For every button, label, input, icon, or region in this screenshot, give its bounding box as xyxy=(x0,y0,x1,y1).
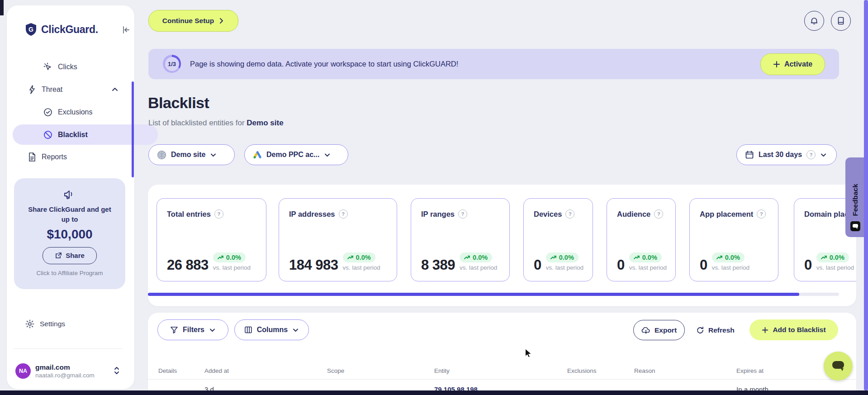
column-header-exclusions[interactable]: Exclusions xyxy=(567,362,597,379)
refresh-label: Refresh xyxy=(708,326,735,334)
help-icon[interactable]: ? xyxy=(458,209,467,219)
threat-bolt-icon xyxy=(28,85,37,95)
trend-value: 0.0% xyxy=(473,254,488,261)
export-button[interactable]: Export xyxy=(633,320,685,340)
chat-launcher-button[interactable] xyxy=(824,352,853,381)
continue-setup-label: Continue Setup xyxy=(162,17,214,25)
sidebar-item-blacklist[interactable]: Blacklist xyxy=(13,124,158,145)
share-button[interactable]: Share xyxy=(43,247,97,264)
stat-label: Audience xyxy=(617,210,650,219)
gear-icon xyxy=(25,319,35,329)
trend-badge: 0.0% xyxy=(629,252,662,262)
page-scrollbar[interactable] xyxy=(864,0,868,390)
svg-text:G: G xyxy=(28,26,33,33)
refresh-button[interactable]: Refresh xyxy=(696,320,735,340)
help-icon[interactable]: ? xyxy=(339,209,348,219)
megaphone-icon xyxy=(63,188,76,201)
divider xyxy=(148,379,856,380)
calendar-icon xyxy=(745,150,754,159)
trend-value: 0.0% xyxy=(830,254,844,261)
user-email: naatali.ro@gmail.com xyxy=(35,372,95,379)
refresh-icon xyxy=(696,326,704,334)
stat-card-ip-addresses: IP addresses? 184 983 0.0% vs. last peri… xyxy=(279,198,397,281)
columns-button[interactable]: Columns xyxy=(234,319,309,340)
exclusions-badge-check-icon xyxy=(43,107,53,117)
notifications-button[interactable] xyxy=(804,11,824,31)
ppc-account-selector[interactable]: Demo PPC ac... xyxy=(244,144,348,165)
filters-label: Filters xyxy=(183,326,204,334)
sidebar-item-exclusions[interactable]: Exclusions xyxy=(7,102,171,122)
chevron-down-icon xyxy=(820,152,827,158)
stats-scrollbar-thumb[interactable] xyxy=(148,293,799,296)
workspace-name: gmail.com xyxy=(35,363,95,371)
continue-setup-button[interactable]: Continue Setup xyxy=(148,10,238,32)
stat-value: 0 xyxy=(804,258,812,272)
logo-shield-icon: G xyxy=(25,23,37,36)
chevron-up-icon[interactable] xyxy=(111,86,119,93)
stat-label: Total entries xyxy=(167,210,211,219)
help-icon[interactable]: ? xyxy=(654,209,663,219)
plus-icon xyxy=(762,327,768,333)
help-icon[interactable]: ? xyxy=(565,209,574,219)
sidebar-item-label: Blacklist xyxy=(58,131,88,139)
chevron-up-down-icon[interactable] xyxy=(114,366,120,376)
stat-value: 184 983 xyxy=(289,258,338,272)
external-link-icon xyxy=(55,252,62,259)
banner-message: Page is showing demo data. Activate your… xyxy=(190,49,458,79)
trend-badge: 0.0% xyxy=(712,252,745,262)
avatar-initials: NA xyxy=(19,368,27,374)
column-header-expires-at[interactable]: Expires at xyxy=(736,362,764,379)
trend-value: 0.0% xyxy=(725,254,740,261)
help-icon[interactable]: ? xyxy=(806,150,816,159)
sidebar-item-label: Threat xyxy=(42,86,62,94)
sidebar-item-clicks[interactable]: Clicks xyxy=(7,57,171,77)
user-menu[interactable]: NA gmail.com naatali.ro@gmail.com xyxy=(7,360,134,382)
stats-panel: Total entries? 26 883 0.0% vs. last peri… xyxy=(148,185,856,306)
site-selector-value: Demo site xyxy=(171,151,205,159)
stats-horizontal-scrollbar[interactable] xyxy=(148,293,839,296)
book-icon xyxy=(837,16,845,25)
page-subtitle: List of blacklisted entities for Demo si… xyxy=(148,119,284,128)
stat-card-devices: Devices? 0 0.0% vs. last period xyxy=(523,198,593,281)
stat-label: Devices xyxy=(534,210,562,219)
trend-value: 0.0% xyxy=(559,254,574,261)
vs-last-period: vs. last period xyxy=(213,264,251,272)
vs-last-period: vs. last period xyxy=(712,264,749,272)
date-range-selector[interactable]: Last 30 days ? xyxy=(736,144,837,165)
promo-title: Share ClickGuard and get up to xyxy=(27,205,113,224)
plus-icon xyxy=(773,61,780,68)
trend-badge: 0.0% xyxy=(213,252,246,262)
sidebar-scrollbar[interactable] xyxy=(132,81,134,177)
column-header-reason[interactable]: Reason xyxy=(634,362,655,379)
add-to-blacklist-button[interactable]: Add to Blacklist xyxy=(749,319,838,340)
vs-last-period: vs. last period xyxy=(816,264,854,272)
demo-data-banner: 1/3 Page is showing demo data. Activate … xyxy=(148,49,839,79)
trend-value: 0.0% xyxy=(226,254,241,261)
filters-button[interactable]: Filters xyxy=(157,319,228,340)
column-header-entity[interactable]: Entity xyxy=(434,362,450,379)
settings-label: Settings xyxy=(40,320,65,328)
promo-amount: $10,000 xyxy=(47,227,92,242)
activate-button[interactable]: Activate xyxy=(760,53,825,75)
stat-card-total-entries: Total entries? 26 883 0.0% vs. last peri… xyxy=(157,198,266,281)
sidebar-item-label: Exclusions xyxy=(58,108,92,116)
help-icon[interactable]: ? xyxy=(757,209,766,219)
ppc-account-value: Demo PPC ac... xyxy=(266,151,319,159)
column-header-details[interactable]: Details xyxy=(158,362,177,379)
feedback-tab[interactable]: Feedback xyxy=(845,157,865,237)
promo-footer[interactable]: Click to Affiliate Program xyxy=(37,270,103,276)
stat-label: IP ranges xyxy=(421,210,455,219)
column-header-added-at[interactable]: Added at xyxy=(204,362,229,379)
docs-button[interactable] xyxy=(831,11,851,31)
sidebar-item-settings[interactable]: Settings xyxy=(7,314,134,334)
affiliate-promo-card: Share ClickGuard and get up to $10,000 S… xyxy=(14,178,125,289)
vs-last-period: vs. last period xyxy=(629,264,667,272)
help-icon[interactable]: ? xyxy=(214,209,223,219)
sidebar: G ClickGuard. Clicks Threat Exclusions B… xyxy=(7,5,134,389)
logo[interactable]: G ClickGuard. xyxy=(25,22,98,37)
stat-value: 0 xyxy=(700,258,707,272)
collapse-sidebar-icon[interactable] xyxy=(120,24,133,36)
column-header-scope[interactable]: Scope xyxy=(327,362,344,379)
site-selector[interactable]: Demo site xyxy=(148,144,235,165)
page-subtitle-site: Demo site xyxy=(247,119,283,127)
